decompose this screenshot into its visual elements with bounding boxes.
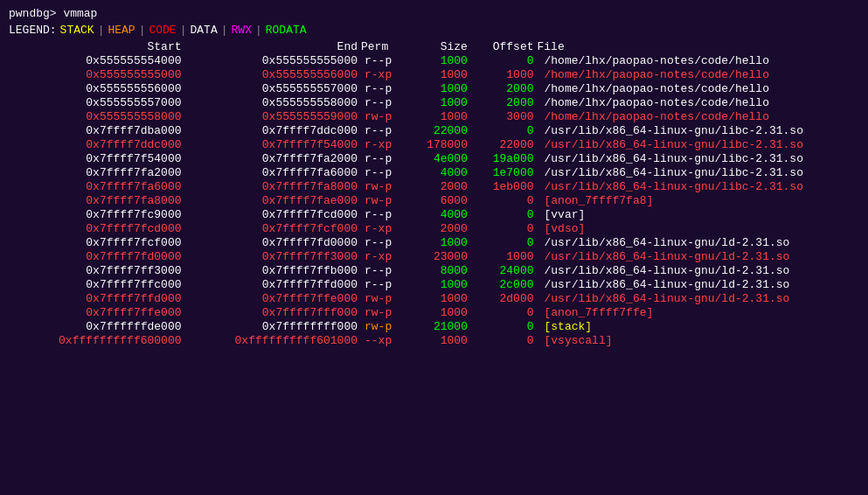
col-start: 0x555555557000 [9,96,185,110]
col-file: [vsyscall] [538,334,869,348]
col-size: 8000 [405,264,471,278]
col-offset: 0 [471,306,538,320]
col-file: /usr/lib/x86_64-linux-gnu/libc-2.31.so [538,138,869,152]
col-end: 0x7ffff7fae000 [185,194,362,208]
col-size: 1000 [405,54,471,68]
col-end: 0x7ffff7fa2000 [185,152,362,166]
col-end: 0x7ffff7fcf000 [185,222,362,236]
table-row: 0x7ffff7fd0000 0x7ffff7ff3000 r-xp 23000… [9,250,868,264]
header-perm: Perm [361,40,405,54]
col-size: 1000 [405,96,471,110]
col-end: 0x7ffff7ffb000 [185,264,362,278]
col-perm: rw-p [361,320,405,334]
legend-code: CODE [149,24,176,37]
table-row: 0x7ffff7fcf000 0x7ffff7fd0000 r--p 1000 … [9,236,868,250]
col-size: 22000 [405,124,471,138]
col-size: 1000 [405,236,471,250]
legend-rodata: RODATA [266,24,307,37]
col-end: 0x7ffffffff000 [185,320,362,334]
col-offset: 2000 [471,96,538,110]
col-end: 0x7ffff7fa8000 [185,180,362,194]
col-end: 0x7ffff7fd0000 [185,236,362,250]
col-start: 0x7ffffffde000 [9,320,185,334]
col-offset: 19a000 [471,152,538,166]
col-perm: rw-p [361,306,405,320]
col-start: 0x7ffff7ff3000 [9,264,185,278]
sep5: | [255,24,262,37]
col-size: 1000 [405,278,471,292]
legend-heap: HEAP [108,24,135,37]
col-start: 0x555555556000 [9,82,185,96]
col-perm: r--p [361,96,405,110]
col-size: 4000 [405,208,471,222]
col-file: /home/lhx/paopao-notes/code/hello [538,54,869,68]
table-row: 0x7ffff7fa6000 0x7ffff7fa8000 rw-p 2000 … [9,180,868,194]
col-start: 0xffffffffff600000 [9,334,185,348]
col-file: [vdso] [538,222,869,236]
table-row: 0xffffffffff600000 0xffffffffff601000 --… [9,334,868,348]
col-file: /usr/lib/x86_64-linux-gnu/libc-2.31.so [538,152,869,166]
sep4: | [221,24,228,37]
col-end: 0x7ffff7fa6000 [185,166,362,180]
col-start: 0x7ffff7fa8000 [9,194,185,208]
col-file: /usr/lib/x86_64-linux-gnu/libc-2.31.so [538,124,869,138]
col-size: 21000 [405,320,471,334]
table-header: Start End Perm Size Offset File [9,40,868,54]
col-offset: 1eb000 [471,180,538,194]
col-end: 0x7ffff7fff000 [185,306,362,320]
col-perm: r--p [361,264,405,278]
col-end: 0x7ffff7ddc000 [185,124,362,138]
legend-stack: STACK [60,24,94,37]
col-offset: 0 [471,222,538,236]
col-offset: 22000 [471,138,538,152]
table-row: 0x7ffffffde000 0x7ffffffff000 rw-p 21000… [9,320,868,334]
col-size: 2000 [405,222,471,236]
col-file: /usr/lib/x86_64-linux-gnu/ld-2.31.so [538,250,869,264]
col-offset: 24000 [471,264,538,278]
col-file: /usr/lib/x86_64-linux-gnu/libc-2.31.so [538,166,869,180]
legend-line: LEGEND: STACK | HEAP | CODE | DATA | RWX… [9,24,868,37]
table-row: 0x7ffff7dba000 0x7ffff7ddc000 r--p 22000… [9,124,868,138]
col-end: 0x7ffff7ff3000 [185,250,362,264]
col-perm: rw-p [361,110,405,124]
table-row: 0x555555558000 0x555555559000 rw-p 1000 … [9,110,868,124]
col-start: 0x555555555000 [9,68,185,82]
col-size: 1000 [405,110,471,124]
legend-data: DATA [191,24,218,37]
col-perm: r--p [361,152,405,166]
col-perm: r--p [361,82,405,96]
col-end: 0x7ffff7f54000 [185,138,362,152]
col-file: /usr/lib/x86_64-linux-gnu/libc-2.31.so [538,180,869,194]
table-row: 0x7ffff7ddc000 0x7ffff7f54000 r-xp 17800… [9,138,868,152]
col-start: 0x7ffff7fd0000 [9,250,185,264]
col-start: 0x7ffff7ffd000 [9,292,185,306]
col-file: /home/lhx/paopao-notes/code/hello [538,110,869,124]
col-perm: r--p [361,236,405,250]
col-end: 0xffffffffff601000 [185,334,362,348]
col-end: 0x555555558000 [185,96,362,110]
col-file: [anon_7ffff7fa8] [538,194,869,208]
col-offset: 1e7000 [471,166,538,180]
col-perm: --xp [361,334,405,348]
table-row: 0x7ffff7ffd000 0x7ffff7ffe000 rw-p 1000 … [9,292,868,306]
col-perm: r--p [361,54,405,68]
table-row: 0x7ffff7fc9000 0x7ffff7fcd000 r--p 4000 … [9,208,868,222]
col-size: 1000 [405,334,471,348]
col-file: /usr/lib/x86_64-linux-gnu/ld-2.31.so [538,292,869,306]
col-offset: 0 [471,236,538,250]
col-size: 178000 [405,138,471,152]
col-perm: rw-p [361,292,405,306]
header-start: Start [9,40,185,54]
col-file: [stack] [538,320,869,334]
table-row: 0x555555557000 0x555555558000 r--p 1000 … [9,96,868,110]
sep2: | [139,24,146,37]
col-size: 1000 [405,82,471,96]
col-end: 0x7ffff7fcd000 [185,208,362,222]
col-size: 23000 [405,250,471,264]
legend-label: LEGEND: [9,24,57,37]
prompt-text: pwndbg> vmmap [9,7,97,20]
col-file: [anon_7ffff7ffe] [538,306,869,320]
table-row: 0x7ffff7ff3000 0x7ffff7ffb000 r--p 8000 … [9,264,868,278]
col-end: 0x555555557000 [185,82,362,96]
col-start: 0x7ffff7fa2000 [9,166,185,180]
